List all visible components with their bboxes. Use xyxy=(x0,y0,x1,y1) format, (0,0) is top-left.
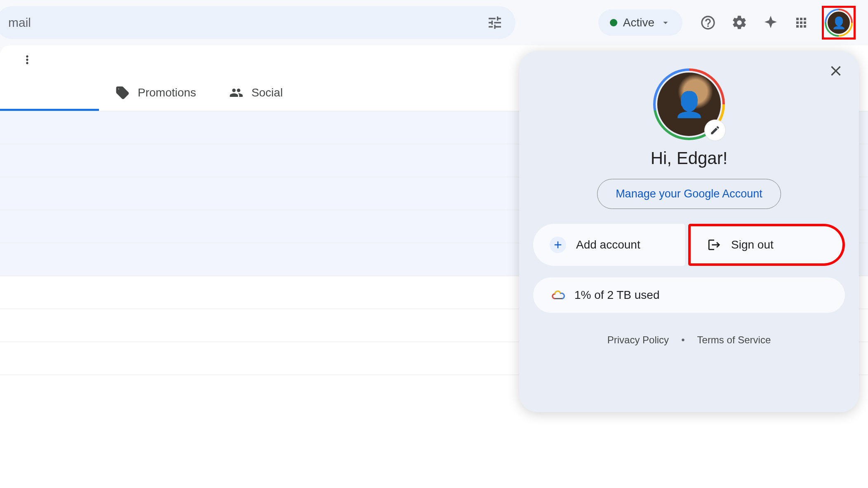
avatar-image: 👤 xyxy=(826,10,851,35)
sign-out-label: Sign out xyxy=(731,238,774,251)
cloud-icon xyxy=(551,288,565,302)
account-popup: 👤 Hi, Edgar! Manage your Google Account … xyxy=(519,51,859,412)
logout-icon xyxy=(707,238,721,252)
more-vert-icon[interactable] xyxy=(21,53,34,66)
gear-icon[interactable] xyxy=(729,13,749,33)
tune-icon[interactable] xyxy=(487,14,503,31)
popup-avatar: 👤 xyxy=(653,68,725,140)
storage-row[interactable]: 1% of 2 TB used xyxy=(533,277,845,313)
tab-promotions[interactable]: Promotions xyxy=(99,74,213,111)
tos-link[interactable]: Terms of Service xyxy=(697,334,771,346)
close-icon[interactable] xyxy=(828,63,844,79)
status-dot-icon xyxy=(610,19,617,26)
people-icon xyxy=(229,86,243,100)
privacy-link[interactable]: Privacy Policy xyxy=(607,334,669,346)
status-pill[interactable]: Active xyxy=(598,9,682,36)
sparkle-icon[interactable] xyxy=(761,13,781,33)
tab-social-label: Social xyxy=(252,86,283,99)
app-header: mail Active 👤 xyxy=(0,0,868,45)
search-text: mail xyxy=(8,16,31,30)
plus-icon xyxy=(550,237,566,253)
storage-text: 1% of 2 TB used xyxy=(574,289,660,302)
apps-icon[interactable] xyxy=(792,14,810,32)
add-account-label: Add account xyxy=(576,238,640,251)
tag-icon xyxy=(115,86,129,100)
dot-separator: • xyxy=(681,334,685,346)
add-account-button[interactable]: Add account xyxy=(533,224,685,266)
greeting-text: Hi, Edgar! xyxy=(651,148,728,168)
status-label: Active xyxy=(623,16,654,29)
tab-social[interactable]: Social xyxy=(213,74,299,111)
header-icons: 👤 xyxy=(698,6,856,40)
account-avatar[interactable]: 👤 xyxy=(825,9,853,37)
manage-account-button[interactable]: Manage your Google Account xyxy=(597,179,781,209)
avatar-highlight: 👤 xyxy=(822,6,856,40)
sign-out-button[interactable]: Sign out xyxy=(688,224,845,266)
edit-avatar-button[interactable] xyxy=(704,120,726,141)
chevron-down-icon xyxy=(660,17,671,28)
account-actions: Add account Sign out xyxy=(533,224,845,266)
search-input[interactable]: mail xyxy=(0,6,515,39)
tab-promotions-label: Promotions xyxy=(138,86,196,99)
tab-primary[interactable]: y xyxy=(0,74,99,111)
popup-footer: Privacy Policy • Terms of Service xyxy=(607,334,771,346)
help-icon[interactable] xyxy=(698,13,718,33)
